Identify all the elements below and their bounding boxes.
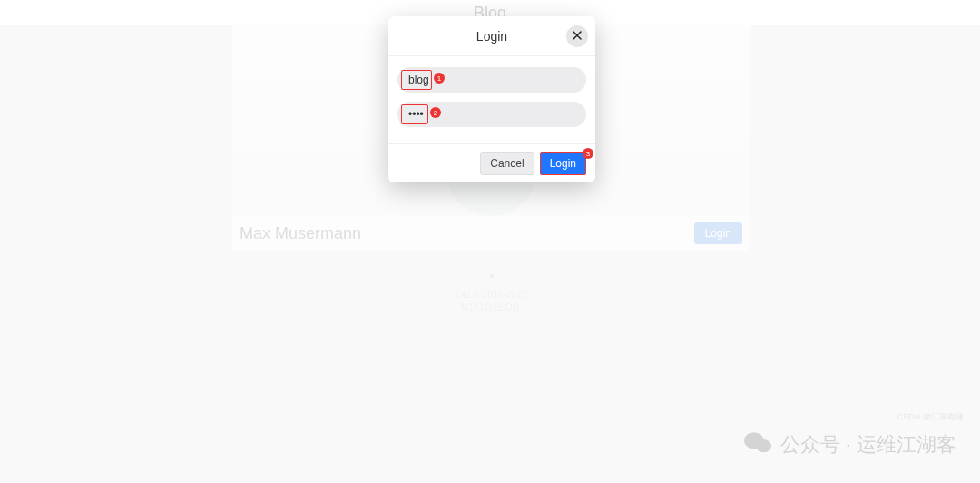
password-input[interactable]	[397, 102, 586, 127]
username-field-wrap: 1	[397, 67, 586, 93]
close-button[interactable]	[566, 25, 588, 47]
wechat-icon	[744, 430, 771, 459]
watermark: 公众号 · 运维江湖客	[744, 430, 956, 459]
login-button[interactable]: Login	[540, 152, 586, 175]
cancel-button[interactable]: Cancel	[480, 152, 534, 175]
svg-point-1	[756, 439, 771, 452]
login-modal: Login 1 2 Cancel Login 3	[388, 16, 595, 182]
password-field-wrap: 2	[397, 102, 586, 127]
modal-header: Login	[388, 16, 595, 56]
watermark-text: 公众号 · 运维江湖客	[780, 431, 956, 458]
username-input[interactable]	[397, 67, 586, 93]
modal-body: 1 2	[388, 56, 595, 143]
modal-footer: Cancel Login 3	[388, 143, 595, 182]
close-icon	[572, 30, 583, 44]
watermark-small: CSDN @江湖有缘	[897, 411, 964, 423]
modal-title: Login	[476, 29, 507, 44]
